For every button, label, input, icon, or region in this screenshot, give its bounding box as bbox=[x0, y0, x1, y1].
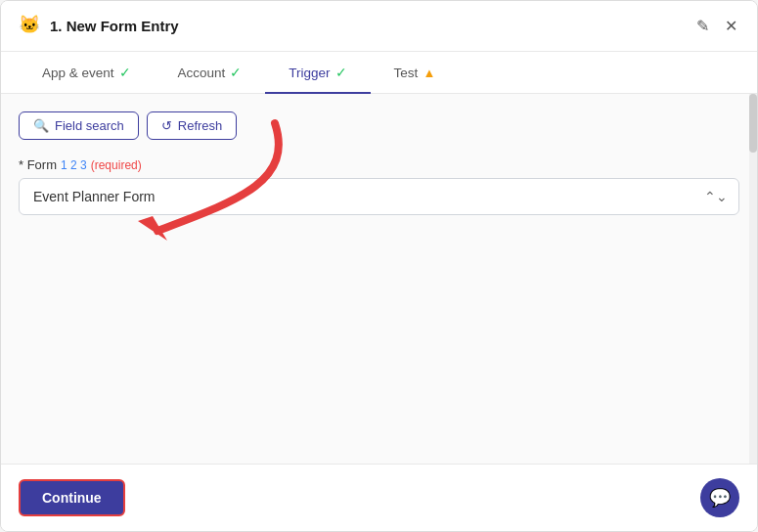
tab-test-label: Test bbox=[394, 66, 419, 80]
app-logo: 🐱 bbox=[19, 16, 40, 37]
tab-trigger-check-icon: ✓ bbox=[335, 65, 347, 80]
refresh-icon: ↺ bbox=[161, 118, 172, 133]
tab-app-event-label: App & event bbox=[42, 66, 114, 80]
content-area: 🔍 Field search ↺ Refresh * Form 1 2 3 (r… bbox=[1, 94, 757, 464]
window-title: 1. New Form Entry bbox=[50, 18, 179, 34]
field-search-label: Field search bbox=[55, 118, 124, 133]
refresh-button[interactable]: ↺ Refresh bbox=[147, 111, 238, 140]
tab-test[interactable]: Test ▲ bbox=[371, 53, 460, 94]
field-search-icon: 🔍 bbox=[33, 118, 49, 133]
form-required-text: (required) bbox=[91, 158, 142, 172]
form-select[interactable]: Event Planner Form Contact Form Survey F… bbox=[19, 178, 739, 215]
chat-button[interactable]: 💬 bbox=[700, 478, 739, 517]
scrollbar-track bbox=[749, 94, 757, 464]
refresh-label: Refresh bbox=[178, 118, 223, 133]
footer: Continue 💬 bbox=[1, 464, 757, 531]
title-bar-left: 🐱 1. New Form Entry bbox=[19, 16, 179, 37]
scrollbar-thumb[interactable] bbox=[749, 94, 757, 153]
edit-button[interactable]: ✎ bbox=[694, 15, 711, 37]
title-bar: 🐱 1. New Form Entry ✎ ✕ bbox=[1, 1, 757, 52]
form-label: * Form 1 2 3 (required) bbox=[19, 157, 739, 172]
svg-marker-0 bbox=[138, 216, 167, 241]
toolbar: 🔍 Field search ↺ Refresh bbox=[19, 111, 739, 140]
tab-account[interactable]: Account ✓ bbox=[155, 53, 266, 94]
form-select-wrapper: Event Planner Form Contact Form Survey F… bbox=[19, 178, 739, 215]
tab-test-warn-icon: ▲ bbox=[423, 66, 435, 80]
form-label-nums: 1 2 3 bbox=[61, 158, 87, 172]
form-section: * Form 1 2 3 (required) Event Planner Fo… bbox=[19, 157, 739, 215]
title-icons: ✎ ✕ bbox=[694, 15, 739, 37]
tab-account-check-icon: ✓ bbox=[230, 65, 242, 80]
continue-button[interactable]: Continue bbox=[19, 479, 125, 516]
tabs-bar: App & event ✓ Account ✓ Trigger ✓ Test ▲ bbox=[1, 52, 757, 94]
field-search-button[interactable]: 🔍 Field search bbox=[19, 111, 139, 140]
close-button[interactable]: ✕ bbox=[723, 15, 739, 37]
main-window: 🐱 1. New Form Entry ✎ ✕ App & event ✓ Ac… bbox=[0, 0, 758, 532]
tab-app-event-check-icon: ✓ bbox=[119, 65, 131, 80]
tab-trigger[interactable]: Trigger ✓ bbox=[265, 53, 370, 94]
tab-account-label: Account bbox=[178, 66, 226, 80]
chat-icon: 💬 bbox=[709, 487, 731, 509]
tab-trigger-label: Trigger bbox=[289, 66, 330, 80]
tab-app-event[interactable]: App & event ✓ bbox=[19, 53, 155, 94]
form-label-text: * Form bbox=[19, 157, 57, 172]
